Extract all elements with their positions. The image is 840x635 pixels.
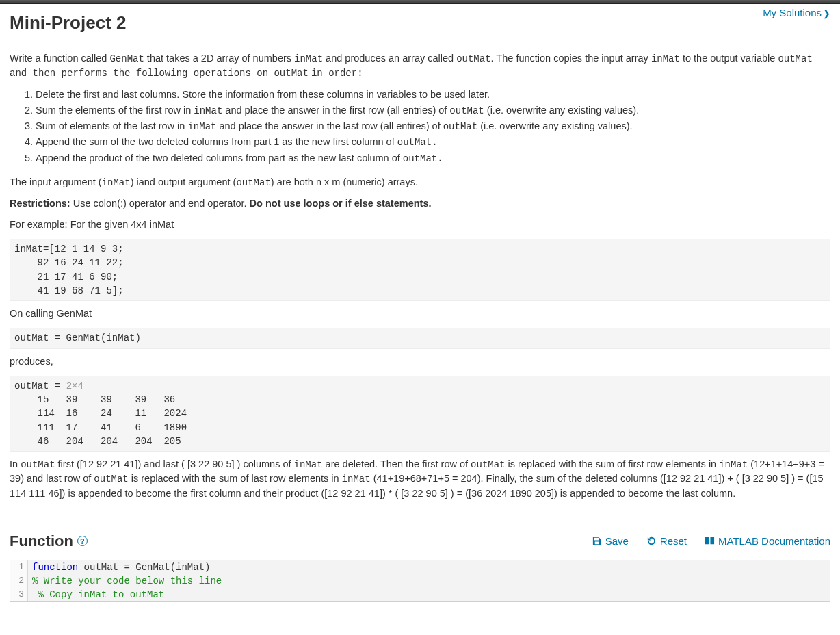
heading-text: Function bbox=[10, 532, 73, 550]
step-3: Sum of elements of the last row in inMat… bbox=[36, 119, 830, 133]
docs-label: MATLAB Documentation bbox=[718, 535, 830, 547]
code-outmat: outMat bbox=[21, 459, 55, 470]
text: . The function copies the input array bbox=[491, 53, 651, 64]
intro-paragraph: Write a function called GenMat that take… bbox=[10, 51, 830, 81]
text: first ([12 92 21 41]) and last ( [3 22 9… bbox=[55, 458, 294, 469]
chevron-right-icon: ❯ bbox=[823, 8, 830, 18]
text: : bbox=[357, 68, 363, 79]
code-editor[interactable]: 1 function outMat = GenMat(inMat) 2 % Wr… bbox=[10, 560, 830, 602]
text: Append the product of the two deleted co… bbox=[36, 153, 403, 164]
code-outmat: outMat bbox=[274, 68, 308, 79]
save-icon bbox=[592, 536, 602, 546]
code-genmat: GenMat bbox=[109, 53, 144, 64]
code-outmat: outMat bbox=[397, 137, 432, 148]
comment: % Write your code below this line bbox=[32, 575, 222, 586]
text: . bbox=[437, 153, 443, 164]
text: ) iand output argument ( bbox=[131, 177, 237, 187]
save-label: Save bbox=[605, 535, 629, 547]
comment: % Copy inMat to outMat bbox=[32, 589, 164, 600]
text: are deleted. Then the first row of bbox=[323, 458, 471, 469]
text: is replaced with the sum of first row el… bbox=[506, 458, 720, 469]
reset-label: Reset bbox=[660, 535, 687, 547]
text: (i.e. overwrite any existing values). bbox=[477, 120, 632, 131]
code-content[interactable]: % Copy inMat to outMat bbox=[28, 588, 830, 601]
step-1: Delete the first and last columns. Store… bbox=[36, 88, 830, 102]
line-number: 2 bbox=[10, 574, 28, 588]
book-icon bbox=[705, 536, 715, 546]
refresh-icon bbox=[646, 536, 657, 546]
text: and produces an array called bbox=[323, 53, 456, 64]
code-outmat: outMat bbox=[443, 121, 477, 132]
text: Sum of elements of the last row in bbox=[36, 120, 187, 131]
code-block-inmat: inMat=[12 1 14 9 3; 92 16 24 11 22; 21 1… bbox=[10, 239, 830, 301]
text: (i.e. overwrite any existing values). bbox=[484, 105, 639, 116]
step-2: Sum the elements of the first row in inM… bbox=[36, 103, 830, 118]
keyword: function bbox=[32, 562, 78, 573]
text: Use colon(:) operator and end operator. bbox=[70, 198, 250, 209]
code-text: outMat = GenMat(inMat) bbox=[78, 562, 210, 573]
args-paragraph: The input argument (inMat) iand output a… bbox=[10, 175, 830, 190]
text: is replaced with the sum of last row ele… bbox=[129, 473, 342, 484]
text: outMat = bbox=[14, 380, 66, 391]
text: and place the answer in the first row (a… bbox=[222, 105, 449, 116]
explain-paragraph: In outMat first ([12 92 21 41]) and last… bbox=[10, 457, 830, 501]
calling-text: On calling GenMat bbox=[10, 307, 830, 321]
text: Write a function called bbox=[10, 53, 109, 64]
code-outmat: outMat bbox=[456, 53, 490, 64]
function-section-header: Function ? Save Reset MATLAB Documenta bbox=[10, 532, 830, 550]
code-line-1: 1 function outMat = GenMat(inMat) bbox=[10, 560, 830, 574]
restrictions-bold: Do not use loops or if else statements. bbox=[250, 198, 432, 209]
editor-toolbar: Save Reset MATLAB Documentation bbox=[592, 535, 830, 547]
docs-link[interactable]: MATLAB Documentation bbox=[705, 535, 830, 547]
line-number: 1 bbox=[10, 560, 28, 574]
text: ) are both n x m (numeric) arrays. bbox=[271, 177, 418, 187]
code-block-call: outMat = GenMat(inMat) bbox=[10, 328, 830, 348]
example-intro: For example: For the given 4x4 inMat bbox=[10, 218, 830, 232]
code-outmat: outMat bbox=[449, 105, 484, 116]
reset-button[interactable]: Reset bbox=[646, 535, 687, 547]
save-button[interactable]: Save bbox=[592, 535, 629, 547]
text: Append the sum of the two deleted column… bbox=[36, 136, 397, 147]
code-content[interactable]: % Write your code below this line bbox=[28, 574, 830, 588]
text: Delete the first and last columns. Store… bbox=[36, 89, 490, 100]
code-inmat: inMat bbox=[294, 459, 323, 470]
steps-list: Delete the first and last columns. Store… bbox=[36, 88, 830, 166]
text: that takes a 2D array of numbers bbox=[144, 53, 294, 64]
restrictions-label: Restrictions: bbox=[10, 198, 70, 209]
text: In bbox=[10, 458, 21, 469]
line-number: 3 bbox=[10, 588, 28, 601]
code-outmat: outMat bbox=[403, 153, 437, 164]
code-line-2: 2 % Write your code below this line bbox=[10, 574, 830, 588]
page-content: Mini-Project 2 My Solutions❯ Write a fun… bbox=[0, 4, 840, 616]
code-outmat: outMat bbox=[236, 177, 270, 188]
code-outmat: outMat bbox=[778, 53, 812, 64]
code-inmat: inMat bbox=[651, 53, 680, 64]
function-heading: Function ? bbox=[10, 532, 88, 550]
text-code: and then performs the following operatio… bbox=[10, 68, 274, 79]
page-title: Mini-Project 2 bbox=[10, 12, 126, 34]
text: and place the answer in the last row (al… bbox=[216, 120, 443, 131]
text: Sum the elements of the first row in bbox=[36, 105, 194, 116]
code-inmat: inMat bbox=[187, 121, 216, 132]
code-inmat: inMat bbox=[342, 474, 371, 484]
my-solutions-link[interactable]: My Solutions❯ bbox=[763, 7, 830, 18]
code-inmat: inMat bbox=[294, 53, 323, 64]
text: . bbox=[432, 137, 437, 148]
code-block-output: outMat = 2×4 15 39 39 39 36 114 16 24 11… bbox=[10, 376, 830, 452]
step-5: Append the product of the two deleted co… bbox=[36, 151, 830, 166]
restrictions-paragraph: Restrictions: Use colon(:) operator and … bbox=[10, 196, 830, 211]
code-line-3: 3 % Copy inMat to outMat bbox=[10, 588, 830, 601]
code-inmat: inMat bbox=[719, 459, 748, 470]
text-in-order: in order bbox=[311, 68, 357, 79]
code-content[interactable]: function outMat = GenMat(inMat) bbox=[28, 560, 830, 574]
code-inmat: inMat bbox=[102, 177, 131, 188]
output-body: 15 39 39 39 36 114 16 24 11 2024 111 17 … bbox=[14, 394, 187, 447]
help-icon[interactable]: ? bbox=[77, 536, 88, 546]
produces-text: produces, bbox=[10, 354, 830, 369]
output-dim: 2×4 bbox=[66, 380, 83, 391]
code-outmat: outMat bbox=[471, 459, 505, 470]
header-row: Mini-Project 2 My Solutions❯ bbox=[10, 8, 830, 46]
code-inmat: inMat bbox=[194, 105, 222, 116]
code-outmat: outMat bbox=[94, 474, 128, 484]
text: The input argument ( bbox=[10, 177, 102, 187]
